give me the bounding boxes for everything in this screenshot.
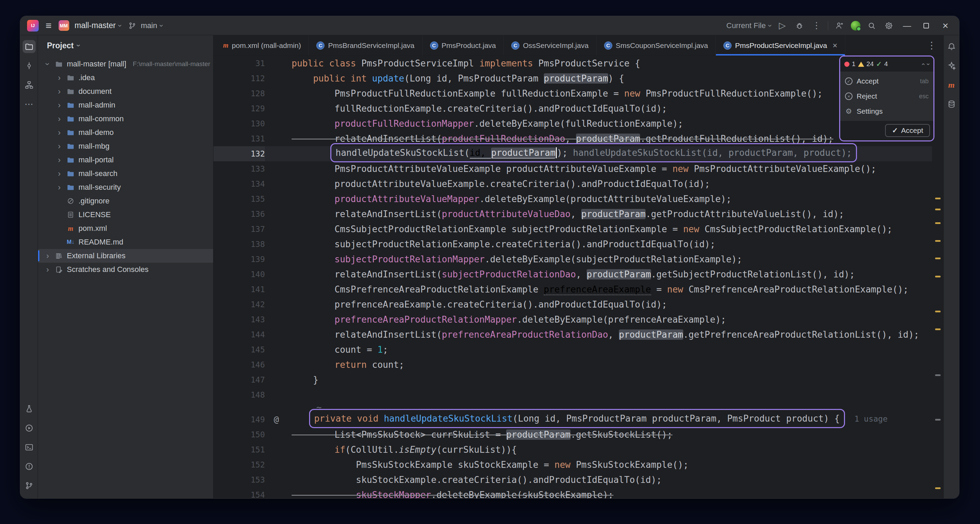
settings-menu-item[interactable]: ⚙ Settings [840, 104, 934, 119]
maven-icon[interactable]: m [945, 78, 958, 91]
line-number[interactable]: 147 [213, 372, 265, 387]
tree-chevron-icon[interactable]: › [56, 100, 63, 110]
main-menu-icon[interactable]: ≡ [44, 21, 53, 31]
code-text[interactable]: CmsSubjectProductRelationExample subject… [265, 222, 892, 237]
warning-stripe-mark[interactable] [935, 311, 940, 312]
settings-gear-icon[interactable] [883, 20, 895, 32]
line-number[interactable]: 112 [213, 71, 265, 86]
structure-icon[interactable] [22, 78, 36, 91]
code-text[interactable]: subjectProductRelationMapper.deleteByExa… [265, 252, 742, 267]
code-text[interactable]: productAttributeValueMapper.deleteByExam… [265, 191, 732, 206]
code-text[interactable]: List<PmsSkuStock> currSkuList = productP… [265, 427, 672, 442]
problems-icon[interactable] [22, 460, 36, 473]
info-stripe-mark[interactable] [935, 419, 940, 421]
code-text[interactable]: prefrenceAreaProductRelationMapper.delet… [265, 312, 726, 327]
tree-item-mall-common[interactable]: ›mall-common [38, 112, 213, 126]
line-number[interactable]: 143 [213, 312, 265, 327]
tree-item-mall-search[interactable]: ›mall-search [38, 167, 213, 181]
project-badge[interactable]: MM [59, 20, 69, 31]
tree-chevron-icon[interactable]: › [56, 141, 63, 151]
tree-chevron-icon[interactable]: › [44, 265, 51, 274]
line-number[interactable]: 131 [213, 131, 265, 146]
tree-item-scratches-and-consoles[interactable]: ›Scratches and Consoles [38, 263, 213, 276]
info-stripe-mark[interactable] [935, 374, 940, 376]
code-text[interactable]: prefrenceAreaExample.createCriteria().an… [265, 297, 667, 312]
maximize-button[interactable] [920, 20, 933, 32]
code-with-me-icon[interactable] [834, 20, 845, 32]
tree-chevron-icon[interactable]: › [56, 114, 63, 124]
warning-stripe-mark[interactable] [935, 198, 940, 199]
line-number[interactable]: 151 [213, 442, 265, 457]
editor-tab-pmsbrandserviceimpl-java[interactable]: CPmsBrandServiceImpl.java [309, 35, 422, 56]
line-number[interactable]: 152 [213, 457, 265, 472]
line-number[interactable]: 137 [213, 222, 265, 237]
line-number[interactable]: 149 [213, 412, 265, 427]
search-icon[interactable] [866, 20, 878, 32]
project-folder-icon[interactable] [22, 40, 36, 53]
close-button[interactable]: × [939, 20, 952, 32]
database-icon[interactable] [945, 98, 958, 111]
code-text[interactable]: private void handleUpdateSkuStockList(Lo… [265, 411, 888, 428]
tree-item-idea[interactable]: ›.idea [38, 71, 213, 84]
accept-button[interactable]: ✓ Accept [885, 124, 930, 137]
tree-chevron-icon[interactable]: › [44, 251, 51, 260]
tree-chevron-icon[interactable]: › [56, 183, 63, 192]
line-number[interactable]: 153 [213, 472, 265, 487]
code-text[interactable]: productAttributeValueExample.createCrite… [265, 176, 710, 191]
vcs-branch-selector[interactable]: main › [126, 20, 162, 32]
project-panel-header[interactable]: Project › [38, 35, 213, 56]
line-number[interactable]: 31 [213, 56, 265, 71]
code-text[interactable]: relateAndInsertList(productAttributeValu… [265, 206, 844, 222]
tree-item-mall-demo[interactable]: ›mall-demo [38, 126, 213, 140]
line-number[interactable]: 141 [213, 282, 265, 297]
code-text[interactable]: PmsProductAttributeValueExample productA… [265, 161, 876, 176]
line-number[interactable]: 138 [213, 237, 265, 252]
line-number[interactable]: 135 [213, 191, 265, 206]
code-text[interactable]: skuStockMapper.deleteByExample(skuStockE… [265, 487, 613, 498]
tree-item-mall-mbg[interactable]: ›mall-mbg [38, 140, 213, 153]
line-number[interactable]: 142 [213, 297, 265, 312]
version-control-icon[interactable] [22, 479, 36, 492]
line-number[interactable]: 154 [213, 487, 265, 498]
code-text[interactable]: if(CollUtil.isEmpty(currSkuList)){ [265, 442, 517, 457]
line-number[interactable]: 146 [213, 357, 265, 372]
run-configuration-selector[interactable]: Current File › [726, 21, 771, 30]
reject-menu-item[interactable]: × Reject esc [840, 89, 934, 104]
debug-icon[interactable] [794, 20, 805, 32]
line-number[interactable]: 150 [213, 427, 265, 442]
tree-chevron-icon[interactable]: › [56, 73, 63, 83]
ai-assistant-icon[interactable] [945, 59, 958, 72]
next-problem-icon[interactable]: › [925, 63, 932, 65]
code-text[interactable]: count = 1; [265, 342, 388, 357]
minimize-button[interactable]: — [900, 20, 914, 32]
commit-icon[interactable] [22, 59, 36, 72]
code-editor[interactable]: 31public class PmsProductServiceImpl imp… [213, 56, 932, 498]
editor-tab-pmsproductserviceimpl-java[interactable]: CPmsProductServiceImpl.java× [716, 35, 845, 56]
warning-stripe-mark[interactable] [935, 257, 940, 259]
accept-menu-item[interactable]: ✓ Accept tab [840, 74, 934, 89]
line-number[interactable]: 134 [213, 176, 265, 191]
line-number[interactable]: 145 [213, 342, 265, 357]
tree-item-readme-md[interactable]: M↓README.md [38, 235, 213, 249]
tree-chevron-icon[interactable]: › [56, 87, 63, 96]
more-icon[interactable]: ⋯ [22, 98, 36, 111]
user-avatar[interactable] [851, 21, 861, 30]
warning-stripe-mark[interactable] [935, 222, 940, 224]
code-text[interactable]: relateAndInsertList(subjectProductRelati… [265, 267, 855, 282]
project-selector[interactable]: mall-master › [75, 21, 121, 30]
line-number[interactable]: 140 [213, 267, 265, 282]
line-number[interactable]: 130 [213, 116, 265, 131]
code-text[interactable]: PmsProductFullReductionExample fullReduc… [265, 86, 823, 101]
code-text[interactable]: PmsSkuStockExample skuStockExample = new… [265, 457, 689, 472]
tree-item-mall-security[interactable]: ›mall-security [38, 181, 213, 194]
close-tab-icon[interactable]: × [833, 41, 837, 50]
tab-options-icon[interactable]: ⋮ [920, 35, 943, 56]
line-number[interactable]: 136 [213, 206, 265, 222]
inspections-widget[interactable]: 1 24 ✓ 4 › › [840, 57, 934, 71]
code-text[interactable]: public int update(Long id, PmsProductPar… [265, 71, 624, 86]
code-text[interactable]: skuStockExample.createCriteria().andProd… [265, 472, 662, 487]
gutter-annotation-icon[interactable]: @ [274, 412, 279, 427]
warning-stripe-mark[interactable] [935, 329, 940, 330]
terminal-icon[interactable] [22, 441, 36, 454]
tree-item-mall-portal[interactable]: ›mall-portal [38, 153, 213, 167]
